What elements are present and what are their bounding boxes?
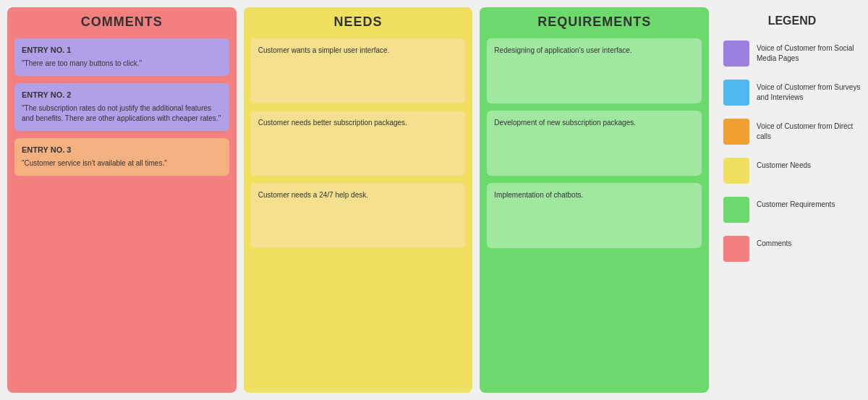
req-text-3: Implementation of chatbots. — [494, 190, 694, 200]
req-card-3: Implementation of chatbots. — [487, 183, 702, 248]
swatch-purple — [723, 41, 749, 67]
requirements-column: REQUIREMENTS Redesigning of application'… — [480, 7, 709, 393]
legend-item-0: Voice of Customer from Social Media Page… — [723, 41, 861, 67]
req-card-1: Redesigning of application's user interf… — [487, 38, 702, 103]
legend-label-3: Customer Needs — [757, 158, 811, 171]
entry2-title: ENTRY NO. 2 — [22, 90, 222, 99]
entry2-text: "The subscription rates do not justify t… — [22, 103, 222, 124]
comment-card-2: ENTRY NO. 2 "The subscription rates do n… — [14, 83, 229, 131]
needs-text-1: Customer wants a simpler user interface. — [258, 46, 459, 56]
needs-card-2: Customer needs better subscription packa… — [251, 111, 466, 176]
legend-label-1: Voice of Customer from Surveys and Inter… — [757, 80, 861, 103]
req-card-2: Development of new subscription packages… — [487, 111, 702, 176]
legend-label-2: Voice of Customer from Direct calls — [757, 119, 861, 142]
comment-card-3: ENTRY NO. 3 "Customer service isn't avai… — [14, 138, 229, 176]
needs-text-3: Customer needs a 24/7 help desk. — [258, 190, 459, 200]
entry1-title: ENTRY NO. 1 — [22, 46, 222, 54]
legend-column: LEGEND Voice of Customer from Social Med… — [716, 7, 861, 393]
needs-title: NEEDS — [251, 14, 466, 30]
comment-card-1: ENTRY NO. 1 "There are too many buttons … — [14, 38, 229, 76]
req-text-1: Redesigning of application's user interf… — [494, 46, 694, 56]
comments-title: COMMENTS — [14, 14, 229, 30]
swatch-green — [723, 197, 749, 223]
swatch-blue — [723, 80, 749, 106]
needs-card-3: Customer needs a 24/7 help desk. — [251, 183, 466, 248]
legend-item-3: Customer Needs — [723, 158, 861, 184]
legend-item-1: Voice of Customer from Surveys and Inter… — [723, 80, 861, 106]
legend-label-4: Customer Requirements — [757, 197, 835, 210]
req-text-2: Development of new subscription packages… — [494, 118, 694, 128]
legend-label-0: Voice of Customer from Social Media Page… — [757, 41, 861, 64]
legend-item-4: Customer Requirements — [723, 197, 861, 223]
requirements-title: REQUIREMENTS — [487, 14, 702, 30]
swatch-yellow — [723, 158, 749, 184]
comments-column: COMMENTS ENTRY NO. 1 "There are too many… — [7, 7, 237, 393]
needs-text-2: Customer needs better subscription packa… — [258, 118, 459, 128]
swatch-orange — [723, 119, 749, 145]
entry3-text: "Customer service isn't available at all… — [22, 158, 222, 169]
entry1-text: "There are too many buttons to click." — [22, 59, 222, 69]
entry3-title: ENTRY NO. 3 — [22, 145, 222, 154]
swatch-red — [723, 236, 749, 262]
legend-item-5: Comments — [723, 236, 861, 262]
needs-column: NEEDS Customer wants a simpler user inte… — [244, 7, 473, 393]
legend-label-5: Comments — [757, 236, 791, 249]
needs-card-1: Customer wants a simpler user interface. — [251, 38, 466, 103]
legend-item-2: Voice of Customer from Direct calls — [723, 119, 861, 145]
legend-title: LEGEND — [723, 14, 861, 27]
